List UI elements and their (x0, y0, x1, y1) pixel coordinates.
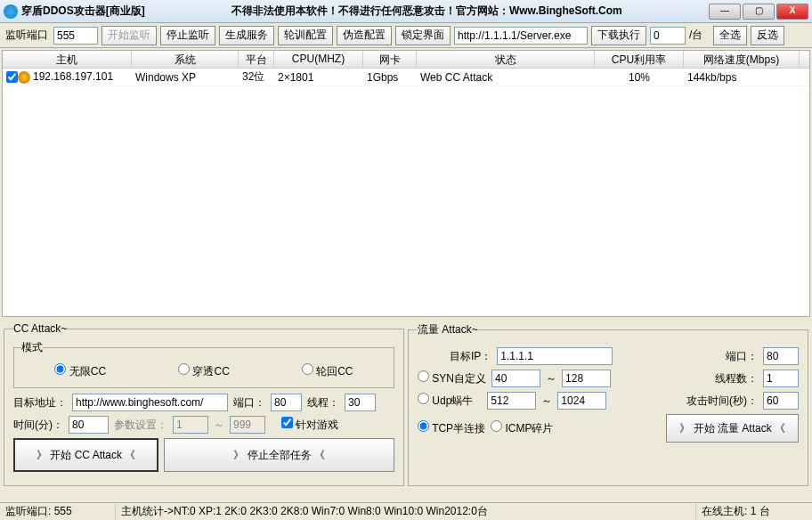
flow-ip-input[interactable] (497, 347, 613, 365)
select-all-button[interactable]: 全选 (713, 26, 747, 45)
mode-pierce[interactable]: 穿透CC (178, 363, 230, 379)
cc-thread-input[interactable] (345, 394, 376, 411)
cc-time-label: 时间(分)： (13, 418, 63, 433)
column-header[interactable]: CPU(MHZ) (274, 51, 363, 68)
minimize-button[interactable]: — (709, 4, 741, 20)
cc-legend: CC Attack~ (13, 322, 67, 335)
column-header[interactable]: 系统 (132, 51, 239, 68)
download-exec-button[interactable]: 下载执行 (591, 26, 646, 45)
table-cell: 32位 (239, 68, 274, 86)
host-icon (18, 71, 30, 84)
app-title: 穿盾DDOS攻击器[商业版] (21, 4, 145, 19)
mode-pierce-radio[interactable] (178, 363, 190, 375)
mode-unlimited[interactable]: 无限CC (54, 363, 106, 379)
cc-port-label: 端口： (233, 395, 265, 410)
cc-param1-input (173, 416, 208, 434)
flow-time-label: 攻击时间(秒)： (686, 394, 758, 409)
status-online: 在线主机: 1 台 (696, 503, 812, 520)
count-unit: /台 (689, 28, 702, 43)
port-input[interactable] (53, 27, 98, 45)
flow-syn2-input[interactable] (562, 370, 611, 387)
cc-game-checkbox[interactable] (281, 417, 293, 428)
table-cell: 10% (595, 69, 684, 85)
gen-service-button[interactable]: 生成服务 (219, 26, 274, 45)
titlebar-warning: 不得非法使用本软件！不得进行任何恶意攻击！官方网站：Www.BingheSoft… (145, 4, 709, 19)
poll-config-button[interactable]: 轮训配置 (278, 26, 333, 45)
flow-icmp-label[interactable]: ICMP碎片 (491, 420, 553, 436)
cc-time-input[interactable] (69, 416, 109, 434)
host-table: 主机系统平台CPU(MHZ)网卡状态CPU利用率网络速度(Mbps) 192.1… (2, 50, 810, 317)
cc-target-input[interactable] (72, 394, 228, 411)
row-checkbox[interactable] (6, 71, 18, 83)
column-header[interactable]: 主机 (3, 51, 132, 68)
flow-udp1-input[interactable] (487, 392, 536, 410)
port-label: 监听端口 (5, 28, 48, 43)
flow-udp-radio[interactable] (418, 393, 429, 404)
flow-port-input[interactable] (763, 347, 799, 365)
column-header[interactable]: 网卡 (363, 51, 417, 68)
cc-stop-button[interactable]: 》 停止全部任务 《 (164, 438, 394, 472)
flow-tilde2: ～ (541, 394, 552, 409)
cc-mode-group: 模式 无限CC 穿透CC 轮回CC (13, 340, 394, 388)
table-cell: 192.168.197.101 (3, 69, 132, 85)
app-icon (4, 4, 18, 19)
table-cell: 2×1801 (274, 69, 363, 85)
flow-udp2-input[interactable] (557, 392, 606, 410)
cc-thread-label: 线程： (307, 395, 339, 410)
column-header[interactable]: 状态 (417, 51, 595, 68)
stop-listen-button[interactable]: 停止监听 (160, 26, 215, 45)
fake-config-button[interactable]: 伪造配置 (337, 26, 392, 45)
flow-tcp-radio[interactable] (418, 420, 429, 432)
table-cell: Windows XP (132, 69, 239, 85)
cc-mode-legend: 模式 (21, 340, 43, 355)
column-header[interactable]: 网络速度(Mbps) (684, 51, 800, 68)
flow-start-button[interactable]: 》 开始 流量 Attack 《 (666, 414, 799, 443)
flow-attack-group: 流量 Attack~ 目标IP： 端口： SYN自定义 ～ 线程数： Udp蜗牛… (408, 322, 808, 486)
table-cell: 144kb/bps (684, 69, 800, 85)
table-header: 主机系统平台CPU(MHZ)网卡状态CPU利用率网络速度(Mbps) (3, 51, 809, 69)
cc-port-input[interactable] (271, 394, 302, 411)
status-stats: 主机统计->NT:0 XP:1 2K:0 2K3:0 2K8:0 Win7:0 … (116, 503, 696, 520)
table-cell: Web CC Attack (417, 69, 595, 85)
flow-time-input[interactable] (763, 392, 799, 410)
flow-syn1-input[interactable] (491, 370, 540, 387)
maximize-button[interactable]: ▢ (743, 4, 775, 20)
flow-port-label: 端口： (726, 349, 758, 364)
count-input[interactable] (650, 27, 686, 45)
cc-game-checkbox-label[interactable]: 针对游戏 (281, 417, 338, 433)
cc-attack-group: CC Attack~ 模式 无限CC 穿透CC 轮回CC 目标地址： 端口： 线… (4, 322, 404, 486)
url-input[interactable] (454, 27, 588, 45)
flow-icmp-radio[interactable] (491, 420, 502, 432)
cc-param-label: 参数设置： (114, 418, 167, 433)
flow-tcp-label[interactable]: TCP半连接 (418, 420, 485, 436)
flow-legend: 流量 Attack~ (418, 322, 478, 337)
table-cell: 1Gbps (363, 69, 417, 85)
status-port: 监听端口: 555 (0, 503, 116, 520)
cc-param2-input (230, 416, 265, 434)
mode-rotate-radio[interactable] (302, 363, 313, 375)
flow-ip-label: 目标IP： (450, 349, 491, 364)
toolbar: 监听端口 开始监听 停止监听 生成服务 轮训配置 伪造配置 锁定界面 下载执行 … (0, 23, 812, 48)
mode-rotate[interactable]: 轮回CC (302, 363, 353, 379)
select-invert-button[interactable]: 反选 (751, 26, 784, 45)
titlebar: 穿盾DDOS攻击器[商业版] 不得非法使用本软件！不得进行任何恶意攻击！官方网站… (0, 0, 812, 23)
flow-tilde1: ～ (546, 371, 556, 386)
flow-syn-radio[interactable] (418, 370, 429, 382)
mode-unlimited-radio[interactable] (54, 363, 66, 375)
flow-syn-label[interactable]: SYN自定义 (418, 370, 486, 386)
cc-tilde: ～ (214, 418, 224, 433)
start-listen-button[interactable]: 开始监听 (102, 26, 157, 45)
lock-ui-button[interactable]: 锁定界面 (395, 26, 451, 45)
column-header[interactable]: CPU利用率 (595, 51, 684, 68)
flow-thread-input[interactable] (763, 370, 799, 387)
close-button[interactable]: X (776, 4, 808, 20)
column-header[interactable]: 平台 (239, 51, 274, 68)
flow-thread-label: 线程数： (715, 371, 758, 386)
cc-target-label: 目标地址： (13, 395, 67, 410)
table-row[interactable]: 192.168.197.101Windows XP32位2×18011GbpsW… (3, 69, 809, 86)
flow-udp-label[interactable]: Udp蜗牛 (418, 393, 473, 409)
cc-start-button[interactable]: 》 开始 CC Attack 《 (13, 438, 158, 472)
statusbar: 监听端口: 555 主机统计->NT:0 XP:1 2K:0 2K3:0 2K8… (0, 502, 812, 520)
